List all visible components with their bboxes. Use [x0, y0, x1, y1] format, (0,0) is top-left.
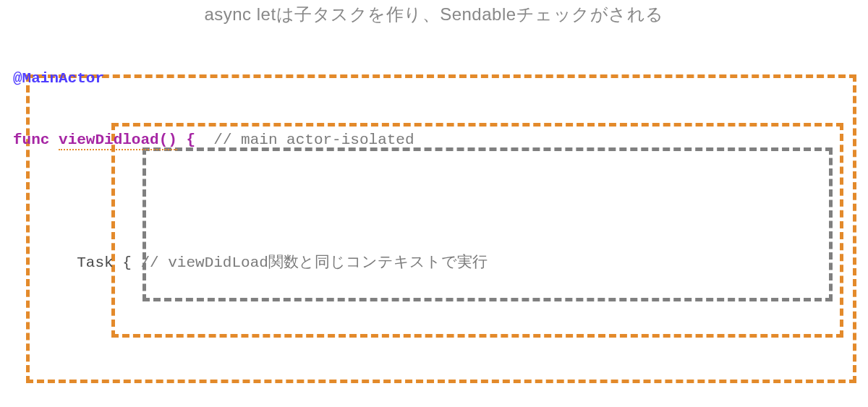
- comment-main-actor: // main actor-isolated: [213, 132, 414, 148]
- task-open: Task {: [77, 254, 140, 271]
- code-block: @MainActor func viewDidload() { // main …: [13, 27, 673, 407]
- slide-annotation-top: async letは子タスクを作り、Sendableチェックがされる: [0, 3, 868, 26]
- function-name: viewDidload(): [59, 132, 177, 150]
- comment-task-context: // viewDidLoad関数と同じコンテキストで実行: [140, 254, 487, 271]
- brace-open: {: [177, 132, 195, 148]
- annotation-mainactor: @MainActor: [13, 70, 104, 87]
- keyword-func: func: [13, 132, 49, 148]
- slide-root: async letは子タスクを作り、Sendableチェックがされる @Main…: [0, 0, 868, 407]
